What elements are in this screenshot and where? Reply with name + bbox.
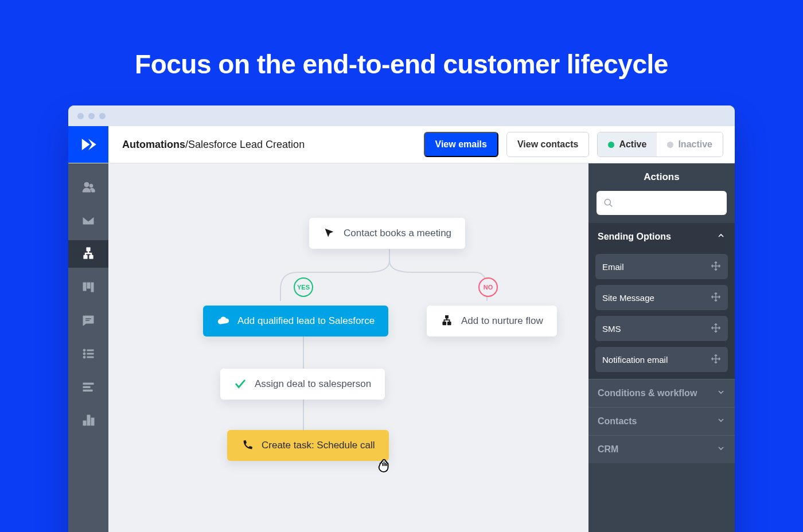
section-sending-options[interactable]: Sending Options <box>588 223 735 251</box>
action-email[interactable]: Email <box>595 254 728 279</box>
svg-rect-3 <box>83 283 86 291</box>
svg-point-6 <box>83 349 85 351</box>
salesforce-label: Add qualified lead to Salesforce <box>237 315 375 327</box>
move-icon <box>711 261 721 273</box>
svg-point-21 <box>605 199 610 205</box>
action-notification-email[interactable]: Notification email <box>595 347 728 372</box>
svg-rect-17 <box>91 418 94 425</box>
svg-rect-2 <box>89 256 93 259</box>
action-label: SMS <box>602 324 621 334</box>
action-label: Notification email <box>602 355 668 365</box>
status-inactive-button[interactable]: Inactive <box>657 132 723 157</box>
message-icon <box>81 314 95 327</box>
envelope-icon <box>81 214 95 228</box>
nav-contacts[interactable] <box>68 174 108 201</box>
breadcrumb-root[interactable]: Automations <box>122 139 185 151</box>
svg-rect-12 <box>83 383 93 385</box>
section-sending-label: Sending Options <box>598 232 671 242</box>
cloud-icon <box>217 315 229 327</box>
svg-rect-11 <box>87 357 93 358</box>
top-bar: Automations / Salesforce Lead Creation V… <box>68 126 735 163</box>
move-icon <box>711 292 721 304</box>
svg-rect-16 <box>87 415 90 425</box>
actions-search[interactable] <box>597 191 727 215</box>
status-active-button[interactable]: Active <box>598 132 657 157</box>
nav-campaigns[interactable] <box>68 207 108 234</box>
section-contacts-label: Contacts <box>598 416 637 427</box>
action-label: Site Message <box>602 293 654 303</box>
automation-icon <box>81 247 95 261</box>
section-crm[interactable]: CRM <box>588 435 735 463</box>
nav-reports[interactable] <box>68 406 108 434</box>
nav-automations[interactable] <box>68 240 108 268</box>
svg-rect-18 <box>445 315 449 318</box>
section-contacts[interactable]: Contacts <box>588 407 735 435</box>
text-align-icon <box>81 380 95 394</box>
assign-node[interactable]: Assign deal to salesperson <box>220 369 385 400</box>
actions-search-input[interactable] <box>618 198 720 208</box>
chevron-up-icon <box>716 231 726 242</box>
grab-cursor-icon <box>376 456 393 473</box>
branch-yes-badge: YES <box>294 277 313 297</box>
actions-panel-title: Actions <box>588 163 735 191</box>
view-emails-button[interactable]: View emails <box>424 132 498 157</box>
search-icon <box>603 197 613 209</box>
automation-canvas[interactable]: Contact books a meeting YES NO Add quali… <box>108 163 588 532</box>
status-dot-active-icon <box>608 142 614 148</box>
nav-deals[interactable] <box>68 273 108 301</box>
check-icon <box>234 378 247 390</box>
app-logo[interactable] <box>68 126 108 163</box>
svg-rect-4 <box>87 283 90 288</box>
move-icon <box>711 323 721 335</box>
window-dot <box>88 113 95 119</box>
trigger-label: Contact books a meeting <box>344 228 451 239</box>
kanban-icon <box>81 280 95 294</box>
svg-rect-10 <box>87 353 93 354</box>
trigger-node[interactable]: Contact books a meeting <box>309 218 465 249</box>
sending-options-list: Email Site Message SMS Notification emai… <box>588 251 735 379</box>
status-dot-inactive-icon <box>667 142 673 148</box>
move-icon <box>711 354 721 366</box>
svg-point-7 <box>83 353 85 355</box>
task-node[interactable]: Create task: Schedule call <box>227 430 389 461</box>
salesforce-node[interactable]: Add qualified lead to Salesforce <box>203 306 388 337</box>
nav-forms[interactable] <box>68 373 108 401</box>
window-titlebar <box>68 105 735 126</box>
task-label: Create task: Schedule call <box>262 440 375 451</box>
connector-line <box>298 335 309 370</box>
people-icon <box>81 181 95 194</box>
svg-rect-14 <box>83 390 92 392</box>
automation-node-icon <box>441 315 453 327</box>
top-actions: View emails View contacts Active Inactiv… <box>424 126 735 163</box>
chevron-down-icon <box>716 416 726 427</box>
window-dot <box>99 113 106 119</box>
section-conditions[interactable]: Conditions & workflow <box>588 379 735 407</box>
assign-label: Assign deal to salesperson <box>255 378 371 390</box>
svg-rect-15 <box>83 421 86 425</box>
chevron-logo-icon <box>80 136 97 153</box>
status-inactive-label: Inactive <box>678 139 712 150</box>
svg-rect-1 <box>84 256 87 259</box>
svg-rect-13 <box>83 386 90 388</box>
branch-no-badge: NO <box>478 277 498 297</box>
nurture-label: Add to nurture flow <box>461 315 543 327</box>
action-site-message[interactable]: Site Message <box>595 285 728 310</box>
connector-line <box>298 398 309 430</box>
action-label: Email <box>602 262 624 272</box>
view-contacts-button[interactable]: View contacts <box>506 132 589 157</box>
nurture-node[interactable]: Add to nurture flow <box>427 306 557 337</box>
nav-lists[interactable] <box>68 340 108 367</box>
nav-conversations[interactable] <box>68 307 108 334</box>
app-window: Automations / Salesforce Lead Creation V… <box>68 105 735 532</box>
section-conditions-label: Conditions & workflow <box>598 388 697 398</box>
status-active-label: Active <box>619 139 646 150</box>
action-sms[interactable]: SMS <box>595 316 728 341</box>
hero-heading: Focus on the end-to-end customer lifecyc… <box>0 0 803 105</box>
chevron-down-icon <box>716 444 726 455</box>
bar-chart-icon <box>81 413 95 427</box>
phone-icon <box>241 439 254 452</box>
cursor-icon <box>323 227 336 240</box>
svg-rect-20 <box>448 322 451 325</box>
svg-point-8 <box>83 356 85 358</box>
status-toggle: Active Inactive <box>597 132 723 157</box>
